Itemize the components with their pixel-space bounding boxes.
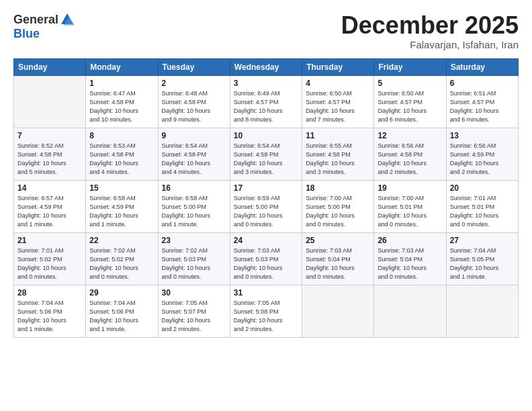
day-info: Sunrise: 7:00 AM Sunset: 5:01 PM Dayligh… [378, 194, 442, 229]
table-row: 23Sunrise: 7:02 AM Sunset: 5:03 PM Dayli… [158, 232, 230, 285]
header-wednesday: Wednesday [230, 58, 302, 75]
table-row: 28Sunrise: 7:04 AM Sunset: 5:06 PM Dayli… [14, 285, 86, 337]
day-number: 7 [17, 131, 82, 140]
table-row: 21Sunrise: 7:01 AM Sunset: 5:02 PM Dayli… [14, 232, 86, 285]
day-number: 18 [306, 183, 370, 193]
day-info: Sunrise: 6:47 AM Sunset: 4:58 PM Dayligh… [89, 89, 154, 124]
day-info: Sunrise: 7:04 AM Sunset: 5:06 PM Dayligh… [17, 299, 82, 334]
logo-blue: Blue [13, 27, 40, 40]
day-info: Sunrise: 7:05 AM Sunset: 5:07 PM Dayligh… [162, 299, 226, 334]
day-number: 12 [378, 131, 442, 140]
calendar-row: 1Sunrise: 6:47 AM Sunset: 4:58 PM Daylig… [14, 75, 519, 128]
day-info: Sunrise: 6:50 AM Sunset: 4:57 PM Dayligh… [306, 89, 370, 124]
logo: General Blue [13, 12, 75, 41]
day-info: Sunrise: 6:53 AM Sunset: 4:58 PM Dayligh… [89, 142, 154, 177]
table-row [446, 285, 518, 337]
day-info: Sunrise: 6:58 AM Sunset: 4:59 PM Dayligh… [89, 194, 154, 229]
day-info: Sunrise: 6:50 AM Sunset: 4:57 PM Dayligh… [378, 89, 442, 124]
header-friday: Friday [374, 58, 446, 75]
day-info: Sunrise: 6:57 AM Sunset: 4:59 PM Dayligh… [17, 194, 82, 229]
calendar-table: Sunday Monday Tuesday Wednesday Thursday… [13, 58, 519, 338]
day-number: 27 [450, 236, 515, 245]
month-title: December 2025 [341, 12, 519, 39]
table-row: 1Sunrise: 6:47 AM Sunset: 4:58 PM Daylig… [86, 75, 158, 128]
table-row: 15Sunrise: 6:58 AM Sunset: 4:59 PM Dayli… [86, 180, 158, 232]
day-info: Sunrise: 7:02 AM Sunset: 5:02 PM Dayligh… [89, 246, 154, 281]
table-row: 5Sunrise: 6:50 AM Sunset: 4:57 PM Daylig… [374, 75, 446, 128]
day-info: Sunrise: 6:49 AM Sunset: 4:57 PM Dayligh… [234, 89, 298, 124]
day-number: 19 [378, 183, 442, 193]
day-info: Sunrise: 6:56 AM Sunset: 4:58 PM Dayligh… [378, 142, 442, 177]
day-number: 25 [306, 236, 370, 245]
logo-blue-text: Blue [13, 27, 40, 41]
day-info: Sunrise: 7:01 AM Sunset: 5:01 PM Dayligh… [450, 194, 515, 229]
table-row: 27Sunrise: 7:04 AM Sunset: 5:05 PM Dayli… [446, 232, 518, 285]
day-info: Sunrise: 7:00 AM Sunset: 5:00 PM Dayligh… [306, 194, 370, 229]
day-number: 3 [234, 79, 298, 88]
calendar-header: Sunday Monday Tuesday Wednesday Thursday… [14, 58, 519, 75]
table-row [14, 75, 86, 128]
day-number: 10 [234, 131, 298, 140]
calendar-row: 28Sunrise: 7:04 AM Sunset: 5:06 PM Dayli… [14, 285, 519, 337]
table-row: 16Sunrise: 6:58 AM Sunset: 5:00 PM Dayli… [158, 180, 230, 232]
table-row [374, 285, 446, 337]
logo-icon [60, 12, 75, 27]
day-number: 23 [162, 236, 226, 245]
day-info: Sunrise: 7:05 AM Sunset: 5:08 PM Dayligh… [234, 299, 298, 334]
day-info: Sunrise: 6:59 AM Sunset: 5:00 PM Dayligh… [234, 194, 298, 229]
table-row: 11Sunrise: 6:55 AM Sunset: 4:58 PM Dayli… [302, 128, 374, 180]
day-number: 13 [450, 131, 515, 140]
title-block: December 2025 Falavarjan, Isfahan, Iran [341, 12, 519, 50]
day-info: Sunrise: 7:03 AM Sunset: 5:03 PM Dayligh… [234, 246, 298, 281]
day-info: Sunrise: 6:58 AM Sunset: 5:00 PM Dayligh… [162, 194, 226, 229]
day-info: Sunrise: 6:54 AM Sunset: 4:58 PM Dayligh… [234, 142, 298, 177]
day-number: 17 [234, 183, 298, 193]
logo-general: General [13, 13, 58, 27]
header-saturday: Saturday [446, 58, 518, 75]
table-row: 19Sunrise: 7:00 AM Sunset: 5:01 PM Dayli… [374, 180, 446, 232]
day-number: 31 [234, 288, 298, 298]
header-sunday: Sunday [14, 58, 86, 75]
logo-text: General [13, 12, 75, 27]
header-thursday: Thursday [302, 58, 374, 75]
day-number: 8 [89, 131, 154, 140]
header-row: Sunday Monday Tuesday Wednesday Thursday… [14, 58, 519, 75]
table-row: 29Sunrise: 7:04 AM Sunset: 5:06 PM Dayli… [86, 285, 158, 337]
table-row: 20Sunrise: 7:01 AM Sunset: 5:01 PM Dayli… [446, 180, 518, 232]
table-row: 12Sunrise: 6:56 AM Sunset: 4:58 PM Dayli… [374, 128, 446, 180]
calendar-row: 14Sunrise: 6:57 AM Sunset: 4:59 PM Dayli… [14, 180, 519, 232]
table-row: 4Sunrise: 6:50 AM Sunset: 4:57 PM Daylig… [302, 75, 374, 128]
day-number: 9 [162, 131, 226, 140]
page-container: General Blue December 2025 Falavarjan, I… [0, 0, 532, 345]
table-row: 13Sunrise: 6:56 AM Sunset: 4:59 PM Dayli… [446, 128, 518, 180]
day-number: 4 [306, 79, 370, 88]
table-row: 2Sunrise: 6:48 AM Sunset: 4:58 PM Daylig… [158, 75, 230, 128]
day-info: Sunrise: 6:55 AM Sunset: 4:58 PM Dayligh… [306, 142, 370, 177]
header-tuesday: Tuesday [158, 58, 230, 75]
day-number: 20 [450, 183, 515, 193]
day-number: 16 [162, 183, 226, 193]
day-info: Sunrise: 7:02 AM Sunset: 5:03 PM Dayligh… [162, 246, 226, 281]
table-row: 17Sunrise: 6:59 AM Sunset: 5:00 PM Dayli… [230, 180, 302, 232]
table-row: 8Sunrise: 6:53 AM Sunset: 4:58 PM Daylig… [86, 128, 158, 180]
day-number: 14 [17, 183, 82, 193]
day-number: 6 [450, 79, 515, 88]
table-row: 10Sunrise: 6:54 AM Sunset: 4:58 PM Dayli… [230, 128, 302, 180]
table-row: 14Sunrise: 6:57 AM Sunset: 4:59 PM Dayli… [14, 180, 86, 232]
day-number: 1 [89, 79, 154, 88]
table-row: 3Sunrise: 6:49 AM Sunset: 4:57 PM Daylig… [230, 75, 302, 128]
day-info: Sunrise: 6:48 AM Sunset: 4:58 PM Dayligh… [162, 89, 226, 124]
day-number: 21 [17, 236, 82, 245]
day-number: 5 [378, 79, 442, 88]
table-row: 9Sunrise: 6:54 AM Sunset: 4:58 PM Daylig… [158, 128, 230, 180]
header-monday: Monday [86, 58, 158, 75]
day-info: Sunrise: 7:01 AM Sunset: 5:02 PM Dayligh… [17, 246, 82, 281]
day-number: 2 [162, 79, 226, 88]
day-number: 28 [17, 288, 82, 298]
calendar-row: 21Sunrise: 7:01 AM Sunset: 5:02 PM Dayli… [14, 232, 519, 285]
day-info: Sunrise: 6:56 AM Sunset: 4:59 PM Dayligh… [450, 142, 515, 177]
header: General Blue December 2025 Falavarjan, I… [13, 12, 519, 50]
day-number: 29 [89, 288, 154, 298]
table-row: 24Sunrise: 7:03 AM Sunset: 5:03 PM Dayli… [230, 232, 302, 285]
table-row: 30Sunrise: 7:05 AM Sunset: 5:07 PM Dayli… [158, 285, 230, 337]
